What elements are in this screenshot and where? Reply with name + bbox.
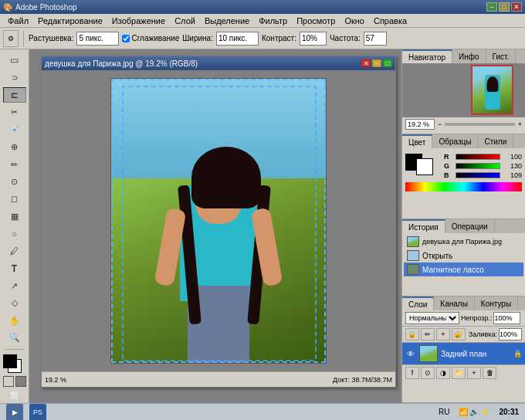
menu-image[interactable]: Изображение [107, 15, 170, 26]
layer-mask-btn[interactable]: ⊙ [421, 367, 435, 379]
taskbar-ps-icon[interactable]: PS [29, 404, 46, 421]
menu-filter[interactable]: Фильтр [254, 15, 292, 26]
navigator-panel: Навигатор Инфо Гист. − + [402, 49, 525, 134]
red-value: 100 [503, 153, 522, 161]
tab-layers[interactable]: Слои [402, 296, 434, 310]
taskbar-start-btn[interactable]: ▶ [6, 404, 23, 421]
tool-crop[interactable]: ✂ [3, 104, 26, 120]
lock-all-btn[interactable]: 🔐 [452, 328, 466, 340]
menu-help[interactable]: Справка [369, 15, 412, 26]
navigator-zoom-input[interactable] [405, 119, 435, 130]
doc-max-btn[interactable]: □ [383, 59, 392, 67]
tab-actions[interactable]: Операции [445, 219, 495, 233]
doc-min-btn[interactable]: − [372, 59, 381, 67]
blend-mode-select[interactable]: Нормальный Растворение Умножение [405, 312, 459, 324]
history-label-file: девушка для Парижа.jpg [422, 238, 502, 246]
tool-dodge[interactable]: ○ [3, 226, 26, 242]
tool-path-select[interactable]: ↗ [3, 278, 26, 293]
tab-styles[interactable]: Стили [478, 134, 513, 148]
contrast-input[interactable] [300, 32, 327, 46]
color-controls: R 100 G 130 B 109 [405, 151, 522, 181]
history-item-open[interactable]: девушка для Парижа.jpg [404, 235, 523, 249]
tool-options-btn[interactable]: ⚙ [3, 30, 19, 47]
color-spectrum[interactable] [405, 182, 522, 191]
fg-color-swatch[interactable] [3, 354, 17, 368]
tool-pen[interactable]: 🖊 [3, 243, 26, 259]
lock-brush-btn[interactable]: ✏ [421, 328, 435, 340]
taskbar-time: 20:31 [499, 408, 519, 416]
history-panel-body: девушка для Парижа.jpg Открыть Магнитное… [402, 233, 525, 278]
layer-group-btn[interactable]: 📁 [452, 367, 466, 379]
layer-eye-icon[interactable]: 👁 [405, 348, 416, 359]
history-panel: История Операции девушка для Парижа.jpg … [402, 219, 525, 296]
tool-heal[interactable]: ⊕ [3, 139, 26, 154]
navigator-zoom-slider[interactable] [445, 123, 514, 126]
color-tabs: Цвет Образцы Стили [402, 134, 525, 148]
lock-transparent-btn[interactable]: 🔒 [405, 328, 419, 340]
maximize-button[interactable]: □ [499, 2, 510, 12]
minimize-button[interactable]: − [486, 2, 497, 12]
color-selector[interactable] [3, 354, 26, 373]
tool-hand[interactable]: ✋ [3, 313, 26, 328]
doc-close-btn[interactable]: ✕ [361, 59, 371, 67]
zoom-out-icon[interactable]: − [438, 120, 442, 128]
contrast-label: Контраст: [262, 34, 296, 42]
blue-slider[interactable] [456, 172, 500, 178]
history-icon-lasso [407, 264, 419, 275]
tab-swatches[interactable]: Образцы [432, 134, 478, 148]
tab-navigator[interactable]: Навигатор [402, 49, 452, 63]
layer-item-background[interactable]: 👁 Задний план 🔒 [402, 343, 525, 364]
menu-window[interactable]: Окно [340, 15, 369, 26]
history-item-open-action[interactable]: Открыть [404, 249, 523, 262]
tool-lasso[interactable]: ⊃ [3, 69, 26, 85]
menu-edit[interactable]: Редактирование [33, 15, 107, 26]
fill-input[interactable] [499, 328, 522, 340]
tool-text[interactable]: T [3, 261, 26, 276]
tool-eyedropper[interactable]: 💉 [3, 122, 26, 137]
lock-move-btn[interactable]: + [436, 328, 450, 340]
tool-eraser[interactable]: ◻ [3, 191, 26, 207]
photo-canvas[interactable] [110, 78, 327, 364]
screen-mode-btn[interactable]: ⬜ [10, 391, 19, 400]
menu-view[interactable]: Просмотр [292, 15, 340, 26]
smoothing-checkbox[interactable] [122, 35, 130, 42]
history-item-lasso[interactable]: Магнитное лассо [404, 262, 523, 276]
width-input[interactable] [216, 32, 259, 46]
red-slider[interactable] [456, 154, 500, 160]
opacity-input[interactable] [493, 312, 520, 324]
layer-new-btn[interactable]: + [467, 367, 481, 379]
normal-mode-btn[interactable] [3, 376, 14, 387]
menu-select[interactable]: Выделение [200, 15, 254, 26]
menu-file[interactable]: Файл [3, 15, 33, 26]
tool-brush[interactable]: ✏ [3, 157, 26, 172]
tab-info[interactable]: Инфо [452, 49, 486, 63]
navigator-preview[interactable] [402, 63, 525, 117]
document-content[interactable] [42, 70, 395, 371]
tool-clone[interactable]: ⊙ [3, 174, 26, 189]
zoom-in-icon[interactable]: + [518, 120, 522, 128]
tab-histogram[interactable]: Гист. [486, 49, 517, 63]
tab-color[interactable]: Цвет [402, 134, 432, 148]
layer-style-btn[interactable]: f [405, 367, 419, 379]
tool-marquee[interactable]: ▭ [3, 52, 26, 68]
tool-shape[interactable]: ◇ [3, 296, 26, 311]
tab-channels[interactable]: Каналы [434, 296, 475, 310]
history-label-lasso: Магнитное лассо [422, 266, 484, 274]
green-slider[interactable] [456, 163, 500, 169]
close-button[interactable]: ✕ [511, 2, 522, 12]
tab-paths[interactable]: Контуры [475, 296, 518, 310]
background-color[interactable] [416, 158, 433, 175]
feather-input[interactable] [76, 32, 119, 46]
document-controls: ✕ − □ [361, 59, 392, 67]
fill-label: Заливка: [469, 330, 497, 338]
tab-history[interactable]: История [402, 219, 445, 233]
tool-gradient[interactable]: ▦ [3, 208, 26, 224]
quick-mask-btn[interactable] [15, 376, 26, 387]
menu-layer[interactable]: Слой [170, 15, 200, 26]
tool-magic-lasso[interactable]: ⊏ [3, 87, 26, 103]
frequency-input[interactable] [364, 32, 387, 46]
tool-zoom[interactable]: 🔍 [3, 330, 26, 346]
layer-delete-btn[interactable]: 🗑 [483, 367, 496, 379]
color-panel-body: R 100 G 130 B 109 [402, 148, 525, 195]
layer-adj-btn[interactable]: ◑ [436, 367, 450, 379]
